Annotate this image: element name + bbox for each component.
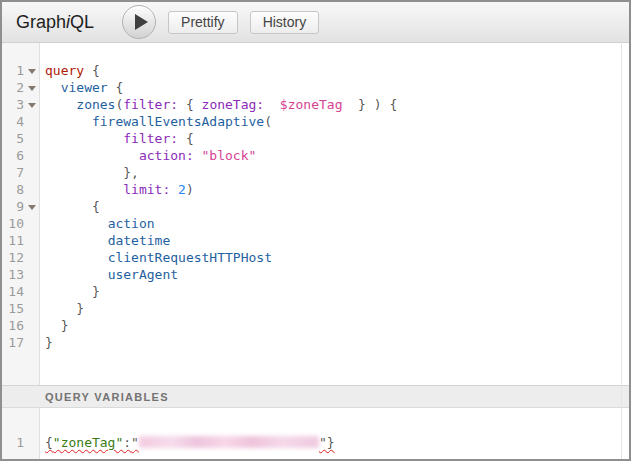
app-title: GraphiQL xyxy=(16,12,94,33)
line-number: 10 xyxy=(2,215,24,232)
code-token: "zoneTag" xyxy=(53,435,123,450)
app-title-part: Graph xyxy=(16,12,66,32)
code-token: } xyxy=(45,335,53,350)
code-line[interactable]: 7 }, xyxy=(2,164,629,181)
code-line-content: { xyxy=(39,198,100,215)
code-token: query xyxy=(45,63,84,78)
fold-gutter-spacer xyxy=(24,249,39,266)
fold-gutter-spacer xyxy=(24,147,39,164)
fold-toggle[interactable] xyxy=(24,96,39,113)
code-line-content: action xyxy=(39,215,155,232)
code-token: " xyxy=(131,435,139,450)
line-number: 16 xyxy=(2,317,24,334)
line-number: 2 xyxy=(2,79,24,96)
code-token xyxy=(45,165,123,180)
line-number: 14 xyxy=(2,283,24,300)
execute-query-button[interactable] xyxy=(122,5,156,39)
code-line[interactable]: 1query { xyxy=(2,62,629,79)
code-line[interactable]: 11 datetime xyxy=(2,232,629,249)
code-line[interactable]: 17} xyxy=(2,334,629,351)
code-token xyxy=(45,80,61,95)
code-line[interactable]: 14 } xyxy=(2,283,629,300)
code-token: userAgent xyxy=(108,267,178,282)
code-line[interactable]: 12 clientRequestHTTPHost xyxy=(2,249,629,266)
code-line-content: firewallEventsAdaptive( xyxy=(39,113,272,130)
code-token: action: xyxy=(139,148,194,163)
fold-gutter-spacer xyxy=(24,130,39,147)
fold-gutter-spacer xyxy=(24,434,39,451)
redacted-zone-tag-value xyxy=(139,436,319,448)
code-line[interactable]: 8 limit: 2) xyxy=(2,181,629,198)
code-token xyxy=(45,148,139,163)
code-token xyxy=(45,301,76,316)
line-number: 12 xyxy=(2,249,24,266)
code-token: filter: xyxy=(123,131,178,146)
code-line[interactable]: 3 zones(filter: { zoneTag: $zoneTag } ) … xyxy=(2,96,629,113)
chevron-down-icon xyxy=(28,69,36,74)
code-token: datetime xyxy=(108,233,171,248)
code-token xyxy=(45,216,108,231)
line-number: 3 xyxy=(2,96,24,113)
code-token: } xyxy=(76,301,84,316)
code-line[interactable]: 6 action: "block" xyxy=(2,147,629,164)
code-token: { xyxy=(178,97,201,112)
code-line-content: {"zoneTag":""} xyxy=(39,434,335,451)
code-line-content: }, xyxy=(39,164,139,181)
code-token: } ) { xyxy=(342,97,397,112)
code-token xyxy=(45,284,92,299)
app-title-part: QL xyxy=(70,12,94,32)
code-line-content: viewer { xyxy=(39,79,123,96)
code-line[interactable]: 10 action xyxy=(2,215,629,232)
code-line-content: } xyxy=(39,334,53,351)
code-line[interactable]: 16 } xyxy=(2,317,629,334)
code-line-content: datetime xyxy=(39,232,170,249)
line-number: 7 xyxy=(2,164,24,181)
variables-editor[interactable]: 1{"zoneTag":""} xyxy=(2,408,629,459)
code-line-content: action: "block" xyxy=(39,147,256,164)
code-line[interactable]: 15 } xyxy=(2,300,629,317)
code-line[interactable]: 2 viewer { xyxy=(2,79,629,96)
line-number: 15 xyxy=(2,300,24,317)
code-line-content: filter: { xyxy=(39,130,194,147)
code-line-content: } xyxy=(39,283,100,300)
code-token xyxy=(194,148,202,163)
code-token xyxy=(45,97,76,112)
code-token: $zoneTag xyxy=(280,97,343,112)
code-line[interactable]: 9 { xyxy=(2,198,629,215)
chevron-down-icon xyxy=(28,205,36,210)
prettify-button[interactable]: Prettify xyxy=(168,11,238,34)
code-line[interactable]: 5 filter: { xyxy=(2,130,629,147)
line-number: 1 xyxy=(2,434,24,451)
line-number: 17 xyxy=(2,334,24,351)
line-number: 13 xyxy=(2,266,24,283)
fold-gutter-spacer xyxy=(24,283,39,300)
code-line[interactable]: 4 firewallEventsAdaptive( xyxy=(2,113,629,130)
code-token xyxy=(45,114,92,129)
fold-toggle[interactable] xyxy=(24,198,39,215)
code-line[interactable]: 1{"zoneTag":""} xyxy=(2,434,629,451)
code-token: limit: xyxy=(123,182,170,197)
line-number: 1 xyxy=(2,62,24,79)
query-editor[interactable]: 1query {2 viewer {3 zones(filter: { zone… xyxy=(2,43,629,385)
code-token: }, xyxy=(123,165,139,180)
history-button[interactable]: History xyxy=(250,11,320,34)
chevron-down-icon xyxy=(28,103,36,108)
line-number: 5 xyxy=(2,130,24,147)
fold-gutter-spacer xyxy=(24,164,39,181)
code-token xyxy=(45,267,108,282)
code-token: firewallEventsAdaptive xyxy=(92,114,264,129)
fold-gutter-spacer xyxy=(24,215,39,232)
code-token xyxy=(264,97,280,112)
code-token xyxy=(45,233,108,248)
fold-gutter-spacer xyxy=(24,232,39,249)
fold-toggle[interactable] xyxy=(24,79,39,96)
code-line[interactable]: 13 userAgent xyxy=(2,266,629,283)
fold-toggle[interactable] xyxy=(24,62,39,79)
line-number: 4 xyxy=(2,113,24,130)
toolbar: GraphiQL Prettify History xyxy=(2,2,629,43)
query-code: 1query {2 viewer {3 zones(filter: { zone… xyxy=(2,43,629,351)
query-variables-header[interactable]: QUERY VARIABLES xyxy=(2,385,629,408)
editor-right-divider xyxy=(621,42,622,459)
code-token: viewer xyxy=(61,80,108,95)
code-token xyxy=(170,182,178,197)
